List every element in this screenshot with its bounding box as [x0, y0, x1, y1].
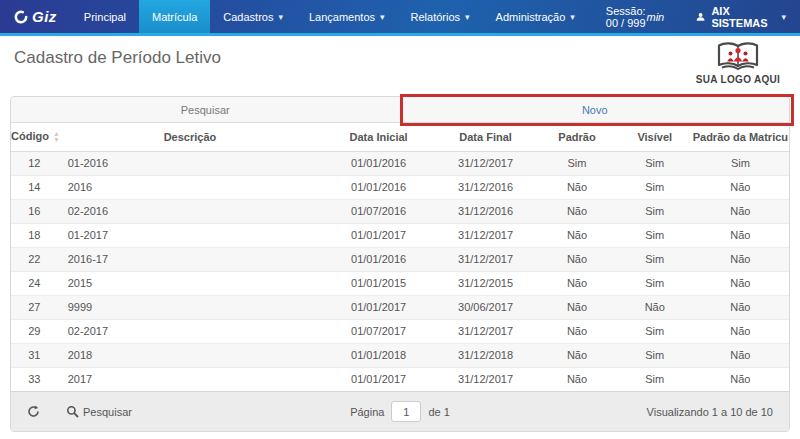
- cell-padrao-matricula: Não: [692, 319, 789, 343]
- cell-padrao: Não: [536, 175, 618, 199]
- cell-data-final: 30/06/2017: [435, 295, 536, 319]
- cell-data-inicial: 01/01/2017: [322, 367, 435, 391]
- table-row[interactable]: 22 2016-17 01/01/2016 31/12/2017 Não Sim…: [11, 247, 789, 271]
- chevron-down-icon: ▾: [278, 12, 283, 22]
- client-logo: SUA LOGO AQUI: [688, 40, 788, 85]
- col-header-data-final[interactable]: Data Final: [435, 123, 536, 151]
- table-row[interactable]: 33 2017 01/01/2017 31/12/2017 Não Sim Nã…: [11, 367, 789, 391]
- tab-label: Novo: [582, 104, 608, 116]
- cell-data-final: 31/12/2017: [435, 319, 536, 343]
- session-text: Sessão: 00 / 999: [606, 5, 647, 29]
- table-row[interactable]: 12 01-2016 01/01/2016 31/12/2017 Sim Sim…: [11, 151, 789, 175]
- table-row[interactable]: 31 2018 01/01/2018 31/12/2018 Não Sim Nã…: [11, 343, 789, 367]
- cell-codigo: 29: [11, 319, 58, 343]
- cell-codigo: 12: [11, 151, 58, 175]
- cell-data-final: 31/12/2017: [435, 151, 536, 175]
- col-header-codigo[interactable]: Código▲▼: [11, 123, 58, 151]
- col-header-padrao[interactable]: Padrão: [536, 123, 618, 151]
- user-icon: [696, 11, 705, 23]
- table-row[interactable]: 14 2016 01/01/2016 31/12/2016 Não Sim Nã…: [11, 175, 789, 199]
- cell-descricao: 2017: [58, 367, 323, 391]
- cell-data-inicial: 01/01/2016: [322, 175, 435, 199]
- cell-padrao: Não: [536, 247, 618, 271]
- cell-padrao: Não: [536, 271, 618, 295]
- cell-descricao: 01-2017: [58, 223, 323, 247]
- cell-descricao: 2016: [58, 175, 323, 199]
- table-row[interactable]: 29 02-2017 01/07/2017 31/12/2017 Não Sim…: [11, 319, 789, 343]
- user-label: AIX SISTEMAS: [711, 5, 770, 29]
- nav-label: Cadastros: [223, 11, 273, 23]
- cell-padrao: Não: [536, 295, 618, 319]
- table-row[interactable]: 16 02-2016 01/07/2016 31/12/2016 Não Sim…: [11, 199, 789, 223]
- cell-padrao: Não: [536, 223, 618, 247]
- cell-visivel: Sim: [618, 151, 692, 175]
- cell-visivel: Sim: [618, 199, 692, 223]
- col-header-visivel[interactable]: Visível: [618, 123, 692, 151]
- cell-padrao-matricula: Não: [692, 175, 789, 199]
- periodos-table: Código▲▼ Descrição Data Inicial Data Fin…: [11, 123, 789, 391]
- session-timer: Sessão: 00 / 999min: [588, 0, 682, 33]
- page-number-input[interactable]: [391, 401, 421, 422]
- cell-visivel: Não: [618, 295, 692, 319]
- tab-pesquisar[interactable]: Pesquisar: [11, 97, 401, 122]
- cell-padrao-matricula: Não: [692, 223, 789, 247]
- nav-item-administracao[interactable]: Administração ▾: [483, 0, 588, 33]
- app-logo[interactable]: Giz: [0, 0, 71, 33]
- cell-data-final: 31/12/2018: [435, 343, 536, 367]
- cell-visivel: Sim: [618, 223, 692, 247]
- tab-label: Pesquisar: [181, 104, 230, 116]
- cell-visivel: Sim: [618, 175, 692, 199]
- cell-data-inicial: 01/01/2018: [322, 343, 435, 367]
- page-label: Página: [350, 406, 384, 418]
- table-row[interactable]: 24 2015 01/01/2015 31/12/2015 Não Sim Nã…: [11, 271, 789, 295]
- cell-padrao: Não: [536, 343, 618, 367]
- cell-visivel: Sim: [618, 367, 692, 391]
- cell-codigo: 33: [11, 367, 58, 391]
- cell-data-final: 31/12/2016: [435, 175, 536, 199]
- cell-data-inicial: 01/01/2016: [322, 247, 435, 271]
- nav-label: Relatórios: [411, 11, 461, 23]
- cell-descricao: 2015: [58, 271, 323, 295]
- tab-novo[interactable]: Novo: [401, 97, 790, 122]
- nav-item-principal[interactable]: Principal: [71, 0, 139, 33]
- cell-visivel: Sim: [618, 247, 692, 271]
- cell-data-final: 31/12/2016: [435, 199, 536, 223]
- nav-item-relatorios[interactable]: Relatórios ▾: [398, 0, 483, 33]
- cell-data-inicial: 01/01/2017: [322, 295, 435, 319]
- nav-label: Administração: [496, 11, 566, 23]
- cell-data-final: 31/12/2015: [435, 271, 536, 295]
- cell-padrao: Não: [536, 199, 618, 223]
- cell-padrao-matricula: Sim: [692, 151, 789, 175]
- cell-data-final: 31/12/2017: [435, 223, 536, 247]
- col-header-data-inicial[interactable]: Data Inicial: [322, 123, 435, 151]
- table-header-row: Código▲▼ Descrição Data Inicial Data Fin…: [11, 123, 789, 151]
- table-row[interactable]: 18 01-2017 01/01/2017 31/12/2017 Não Sim…: [11, 223, 789, 247]
- cell-padrao: Sim: [536, 151, 618, 175]
- col-header-descricao[interactable]: Descrição: [58, 123, 323, 151]
- cell-padrao: Não: [536, 367, 618, 391]
- nav-item-lancamentos[interactable]: Lançamentos ▾: [296, 0, 398, 33]
- cell-data-final: 31/12/2017: [435, 247, 536, 271]
- grid-footer: Pesquisar Página de 1 Visualizando 1 a 1…: [11, 391, 789, 431]
- cell-data-inicial: 01/01/2016: [322, 151, 435, 175]
- col-label: Código: [11, 130, 49, 142]
- cell-data-final: 31/12/2017: [435, 367, 536, 391]
- cell-padrao-matricula: Não: [692, 295, 789, 319]
- top-navbar: Giz Principal Matrícula Cadastros ▾ Lanç…: [0, 0, 800, 33]
- cell-codigo: 27: [11, 295, 58, 319]
- col-header-padrao-matricula[interactable]: Padrão da Matricu: [692, 123, 789, 151]
- nav-item-matricula[interactable]: Matrícula: [139, 0, 210, 33]
- cell-padrao-matricula: Não: [692, 199, 789, 223]
- cell-codigo: 16: [11, 199, 58, 223]
- table-row[interactable]: 27 9999 01/01/2017 30/06/2017 Não Não Nã…: [11, 295, 789, 319]
- cell-data-inicial: 01/01/2015: [322, 271, 435, 295]
- cell-data-inicial: 01/07/2017: [322, 319, 435, 343]
- nav-label: Matrícula: [152, 11, 197, 23]
- cell-codigo: 22: [11, 247, 58, 271]
- cell-visivel: Sim: [618, 343, 692, 367]
- user-menu[interactable]: AIX SISTEMAS ▾: [682, 0, 800, 33]
- nav-item-cadastros[interactable]: Cadastros ▾: [210, 0, 296, 33]
- session-unit: min: [647, 11, 665, 23]
- panel-tabbar: Pesquisar Novo: [11, 97, 789, 123]
- main-menu: Principal Matrícula Cadastros ▾ Lançamen…: [71, 0, 588, 33]
